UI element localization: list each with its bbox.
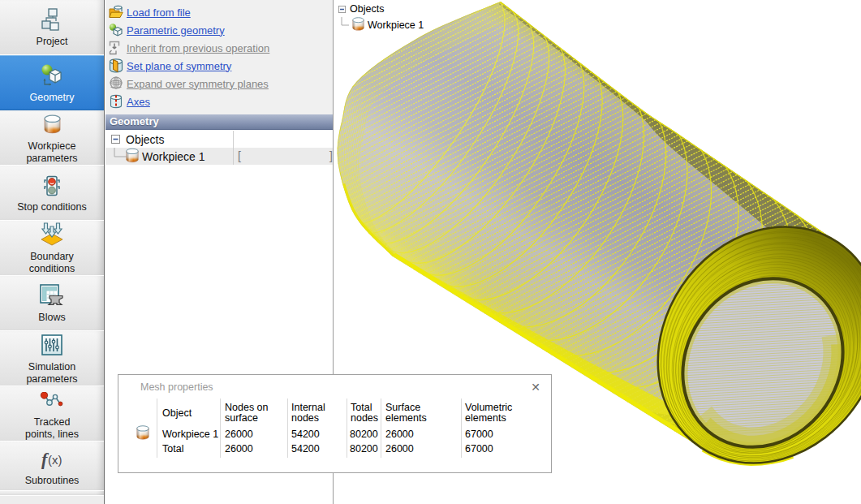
svg-text:(x): (x) [48, 453, 62, 467]
